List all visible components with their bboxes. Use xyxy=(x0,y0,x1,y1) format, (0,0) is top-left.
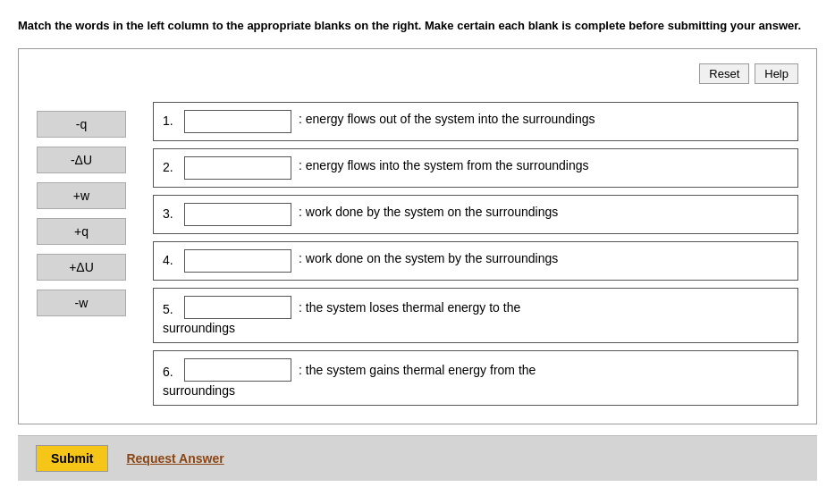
submit-button[interactable]: Submit xyxy=(36,445,108,472)
page-wrapper: Match the words in the left column to th… xyxy=(0,0,835,481)
match-blank-6[interactable] xyxy=(184,358,291,382)
term-pos-q[interactable]: +q xyxy=(37,218,126,245)
match-text-3: : work done by the system on the surroun… xyxy=(299,203,789,222)
match-item-3: 3. : work done by the system on the surr… xyxy=(153,195,798,234)
match-item-6-second-line: surroundings xyxy=(163,383,789,398)
match-blank-3[interactable] xyxy=(184,203,291,226)
match-blank-5[interactable] xyxy=(184,296,291,319)
match-number-1: 1. xyxy=(163,110,177,128)
match-text-6-line2: surroundings xyxy=(163,383,235,398)
reset-button[interactable]: Reset xyxy=(699,63,749,84)
match-blank-4[interactable] xyxy=(184,249,291,273)
match-item-5-second-line: surroundings xyxy=(163,321,789,335)
match-item-4: 4. : work done on the system by the surr… xyxy=(153,241,798,281)
match-item-5-first-line: 5. : the system loses thermal energy to … xyxy=(163,296,789,319)
match-text-6-line1: : the system gains thermal energy from t… xyxy=(299,361,789,380)
content-area: -q -ΔU +w +q +ΔU -w 1. : energy flows ou… xyxy=(37,102,798,406)
match-item-2: 2. : energy flows into the system from t… xyxy=(153,148,798,188)
term-neg-w[interactable]: -w xyxy=(37,290,126,316)
match-number-6: 6. xyxy=(163,361,177,379)
match-text-5-line1: : the system loses thermal energy to the xyxy=(299,298,789,317)
match-text-2: : energy flows into the system from the … xyxy=(299,156,789,175)
right-column: 1. : energy flows out of the system into… xyxy=(153,102,798,406)
match-text-4: : work done on the system by the surroun… xyxy=(299,249,789,268)
term-neg-q[interactable]: -q xyxy=(37,111,126,138)
term-pos-delta-u[interactable]: +ΔU xyxy=(37,254,126,281)
match-number-4: 4. xyxy=(163,249,177,267)
top-buttons: Reset Help xyxy=(37,63,798,84)
match-number-3: 3. xyxy=(163,203,177,221)
match-item-6-first-line: 6. : the system gains thermal energy fro… xyxy=(163,358,789,382)
match-blank-2[interactable] xyxy=(184,156,291,180)
term-pos-w[interactable]: +w xyxy=(37,182,126,209)
footer-bar: Submit Request Answer xyxy=(18,435,817,481)
match-item-6: 6. : the system gains thermal energy fro… xyxy=(153,350,798,406)
match-text-1: : energy flows out of the system into th… xyxy=(299,110,789,129)
match-item-1: 1. : energy flows out of the system into… xyxy=(153,102,798,141)
match-item-5: 5. : the system loses thermal energy to … xyxy=(153,288,798,343)
main-box: Reset Help -q -ΔU +w +q +ΔU -w 1. : ener… xyxy=(18,48,817,424)
match-number-5: 5. xyxy=(163,298,177,316)
match-number-2: 2. xyxy=(163,156,177,174)
instructions: Match the words in the left column to th… xyxy=(18,18,817,34)
left-column: -q -ΔU +w +q +ΔU -w xyxy=(37,102,126,406)
term-neg-delta-u[interactable]: -ΔU xyxy=(37,147,126,173)
match-blank-1[interactable] xyxy=(184,110,291,133)
match-text-5-line2: surroundings xyxy=(163,321,235,335)
help-button[interactable]: Help xyxy=(755,63,798,84)
request-answer-link[interactable]: Request Answer xyxy=(126,451,224,466)
